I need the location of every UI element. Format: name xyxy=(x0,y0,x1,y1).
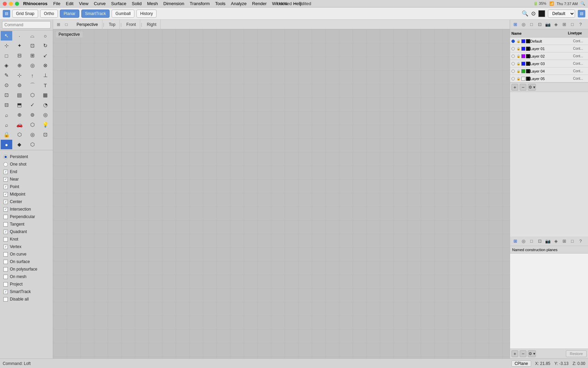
camera-icon[interactable]: 📷 xyxy=(544,21,552,28)
snap-item-on-surface[interactable]: On surface xyxy=(3,258,49,265)
add-plane-button[interactable]: + xyxy=(511,350,518,357)
layer-lock-icon-1[interactable]: 🔒 xyxy=(516,46,521,51)
gumball-button[interactable]: Gumball xyxy=(112,10,134,18)
array-tool-icon[interactable]: ↙ xyxy=(39,51,51,60)
snap-item-midpoint[interactable]: ✓Midpoint xyxy=(3,190,49,198)
obj-icon[interactable]: ⊡ xyxy=(536,21,543,28)
add-layer-button[interactable]: + xyxy=(511,84,518,91)
minus-tool-icon[interactable]: ⊟ xyxy=(14,51,25,60)
snap-checkbox-3[interactable]: ✓ xyxy=(3,177,8,182)
history-button[interactable]: History xyxy=(136,10,157,18)
pen-tool-icon[interactable]: ✎ xyxy=(1,71,12,80)
perp-tool-icon[interactable]: ⊥ xyxy=(39,71,51,80)
menu-edit[interactable]: Edit xyxy=(63,1,76,6)
named-planes-icon[interactable]: ⊞ xyxy=(511,237,519,245)
layer-lock-icon-4[interactable]: 🔒 xyxy=(516,69,521,74)
menu-solid[interactable]: Solid xyxy=(129,1,144,6)
box-tool-icon[interactable]: □ xyxy=(1,51,12,60)
snap-item-near[interactable]: ✓Near xyxy=(3,175,49,183)
remove-layer-button[interactable]: − xyxy=(520,84,526,91)
star-tool-icon[interactable]: ⊹ xyxy=(1,41,12,50)
circle2-tool-icon[interactable]: ◎ xyxy=(39,110,51,120)
doc-icon[interactable]: □ xyxy=(528,21,535,28)
snap-checkbox-18[interactable]: ✓ xyxy=(3,290,8,294)
layer-color-5[interactable] xyxy=(521,77,525,81)
snap-item-disable-all[interactable]: Disable all xyxy=(3,295,49,303)
layer-active-dot-0[interactable] xyxy=(511,40,515,43)
layer-active-dot-4[interactable] xyxy=(511,70,515,73)
snap-tool-icon[interactable]: ◈ xyxy=(1,61,12,70)
ortho-button[interactable]: Ortho xyxy=(40,10,58,18)
menu-tools[interactable]: Tools xyxy=(213,1,228,6)
text-tool-icon[interactable]: T xyxy=(39,80,51,90)
tab-perspective[interactable]: Perspective xyxy=(72,20,102,29)
layer-color-3[interactable] xyxy=(521,62,525,66)
command-input[interactable] xyxy=(2,21,51,29)
layer-row-2[interactable]: 🔒▮Layer 02Cont... xyxy=(510,52,588,60)
layer-lock-icon-0[interactable]: 🔒 xyxy=(516,39,521,44)
smarttrack-button[interactable]: SmartTrack xyxy=(81,10,110,18)
layer-print-icon-2[interactable]: ▮ xyxy=(526,54,530,58)
car-tool-icon[interactable]: 🚗 xyxy=(14,120,25,129)
minus2-tool-icon[interactable]: ⊟ xyxy=(1,100,12,110)
snap-checkbox-8[interactable] xyxy=(3,215,8,219)
snap-radio-1[interactable] xyxy=(3,162,8,167)
tab-front[interactable]: Front xyxy=(122,20,140,29)
menu-file[interactable]: File xyxy=(51,1,63,6)
layer-active-dot-1[interactable] xyxy=(511,47,515,50)
layer-print-icon-5[interactable]: ▮ xyxy=(526,77,530,81)
snap-checkbox-6[interactable]: ✓ xyxy=(3,200,8,204)
layer-print-icon-1[interactable]: ▮ xyxy=(526,47,530,51)
snap-checkbox-4[interactable]: ✓ xyxy=(3,185,8,189)
snap-item-on-curve[interactable]: On curve xyxy=(3,250,49,258)
layer-lock-icon-2[interactable]: 🔒 xyxy=(516,54,521,59)
menu-surface[interactable]: Surface xyxy=(109,1,129,6)
np-props-icon[interactable]: ◎ xyxy=(520,237,527,245)
snap-item-project[interactable]: Project xyxy=(3,280,49,288)
hex2-tool-icon[interactable]: ⬡ xyxy=(27,120,38,129)
up-tool-icon[interactable]: ↑ xyxy=(27,71,38,80)
bull-tool-icon[interactable]: ⊚ xyxy=(14,80,25,90)
menu-curve[interactable]: Curve xyxy=(92,1,108,6)
node-tool-icon[interactable]: ⊹ xyxy=(14,71,25,80)
np-mat-icon[interactable]: ◈ xyxy=(552,237,560,245)
dot-tool-icon[interactable]: ⊙ xyxy=(1,80,12,90)
snap-item-knot[interactable]: Knot xyxy=(3,235,49,243)
curve-tool-icon[interactable]: ⌓ xyxy=(27,31,38,41)
circle-tool-icon[interactable]: ○ xyxy=(39,31,51,41)
layer-active-dot-2[interactable] xyxy=(511,55,515,58)
snap-item-one-shot[interactable]: One shot xyxy=(3,160,49,168)
layer-color-2[interactable] xyxy=(521,54,525,58)
snap-checkbox-11[interactable] xyxy=(3,237,8,242)
snap-item-persistent[interactable]: Persistent xyxy=(3,153,49,160)
menu-analyze[interactable]: Analyze xyxy=(229,1,249,6)
help-icon[interactable]: ? xyxy=(577,21,584,28)
vp-single-icon[interactable]: □ xyxy=(63,21,70,28)
layer-color-4[interactable] xyxy=(521,69,525,73)
vp-grid-icon[interactable]: ⊞ xyxy=(55,21,62,28)
snap-item-end[interactable]: ✓End xyxy=(3,168,49,175)
render-icon[interactable]: □ xyxy=(569,21,576,28)
find-tool-icon[interactable]: ⌕ xyxy=(1,120,12,129)
ring-tool-icon[interactable]: ◎ xyxy=(27,61,38,70)
np-doc-icon[interactable]: □ xyxy=(528,237,535,245)
cplane-indicator[interactable]: CPlane xyxy=(511,361,531,367)
edit-tool-icon[interactable]: ✦ xyxy=(14,41,25,50)
view-icon[interactable]: ⊞ xyxy=(560,21,568,28)
snap-item-point[interactable]: ✓Point xyxy=(3,183,49,190)
snap-checkbox-15[interactable] xyxy=(3,267,8,272)
square-half-icon[interactable]: ⬒ xyxy=(14,100,25,110)
snap-checkbox-10[interactable]: ✓ xyxy=(3,230,8,234)
menu-transform[interactable]: Transform xyxy=(187,1,212,6)
layer-row-5[interactable]: 🔒▮Layer 05Cont... xyxy=(510,75,588,82)
layer-active-dot-5[interactable] xyxy=(511,77,515,80)
layer-row-4[interactable]: 🔒▮Layer 04Cont... xyxy=(510,67,588,75)
viewport-canvas[interactable]: Perspective xyxy=(53,29,510,358)
snap-checkbox-7[interactable]: ✓ xyxy=(3,207,8,212)
layer-lock-icon-5[interactable]: 🔒 xyxy=(516,76,521,81)
snap-checkbox-5[interactable]: ✓ xyxy=(3,192,8,197)
layer-color-0[interactable] xyxy=(521,39,525,43)
select-tool-icon[interactable]: ↖ xyxy=(1,31,12,41)
box2-tool-icon[interactable]: ⊡ xyxy=(39,130,51,139)
np-obj-icon[interactable]: ⊡ xyxy=(536,237,543,245)
